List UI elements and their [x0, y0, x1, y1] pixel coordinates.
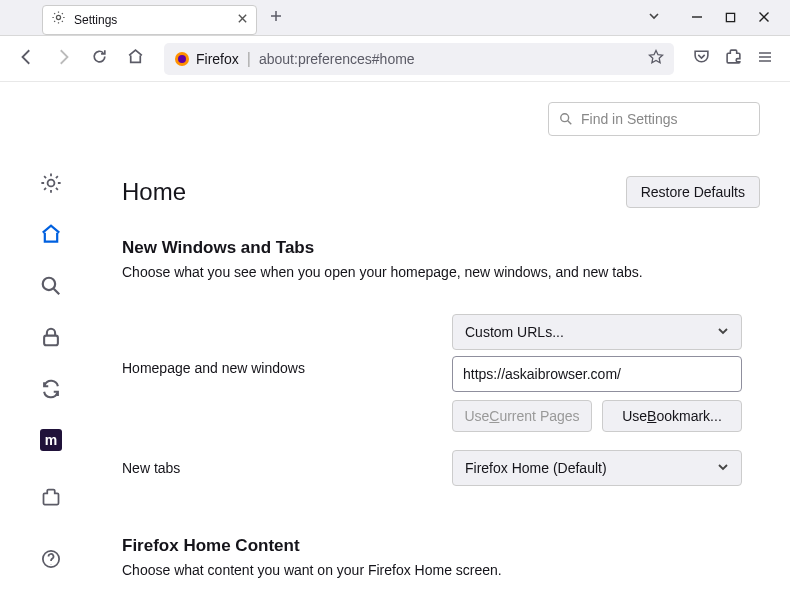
gear-icon: [51, 10, 66, 29]
section-home-content-desc: Choose what content you want on your Fir…: [122, 562, 760, 578]
svg-point-0: [56, 15, 60, 19]
maximize-icon[interactable]: [725, 9, 736, 27]
sidebar-home-icon[interactable]: [31, 220, 71, 250]
newtabs-dropdown-value: Firefox Home (Default): [465, 460, 607, 476]
section-new-windows-desc: Choose what you see when you open your h…: [122, 264, 760, 280]
sidebar-sync-icon[interactable]: [31, 374, 71, 404]
home-button[interactable]: [122, 48, 148, 69]
use-bookmark-button[interactable]: Use Bookmark...: [602, 400, 742, 432]
section-new-windows-title: New Windows and Tabs: [122, 238, 760, 258]
chevron-down-icon: [717, 324, 729, 340]
navigation-toolbar: Firefox | about:preferences#home: [0, 36, 790, 82]
svg-rect-6: [44, 336, 58, 346]
forward-button: [50, 48, 76, 70]
tab-menu-chevron-icon[interactable]: [647, 9, 661, 27]
new-tab-button[interactable]: [269, 9, 283, 27]
svg-point-3: [178, 55, 186, 63]
settings-sidebar: m: [0, 82, 102, 609]
reload-button[interactable]: [86, 48, 112, 69]
page-title: Home: [122, 178, 626, 206]
tab-title: Settings: [74, 13, 229, 27]
chevron-down-icon: [717, 460, 729, 476]
urlbar-url: about:preferences#home: [259, 51, 642, 67]
urlbar-separator: |: [247, 50, 251, 68]
tab-close-icon[interactable]: [237, 13, 248, 27]
homepage-label: Homepage and new windows: [122, 314, 452, 376]
sidebar-search-icon[interactable]: [31, 271, 71, 301]
newtabs-label: New tabs: [122, 460, 452, 476]
homepage-url-input[interactable]: https://askaibrowser.com/: [452, 356, 742, 392]
urlbar-identity: Firefox: [196, 51, 239, 67]
pocket-icon[interactable]: [690, 48, 712, 69]
settings-page: m Find in Settings Home Restore Defaults…: [0, 82, 790, 609]
use-current-pages-button[interactable]: Use Current Pages: [452, 400, 592, 432]
homepage-dropdown-value: Custom URLs...: [465, 324, 564, 340]
firefox-icon: [174, 51, 190, 67]
svg-rect-1: [726, 13, 734, 21]
homepage-url-value: https://askaibrowser.com/: [463, 366, 621, 382]
sidebar-general-icon[interactable]: [31, 168, 71, 198]
settings-search-input[interactable]: Find in Settings: [548, 102, 760, 136]
menu-icon[interactable]: [754, 49, 776, 69]
restore-defaults-button[interactable]: Restore Defaults: [626, 176, 760, 208]
sidebar-extensions-icon[interactable]: [31, 477, 71, 517]
close-window-icon[interactable]: [758, 9, 770, 27]
minimize-icon[interactable]: [691, 9, 703, 27]
sidebar-help-icon[interactable]: [31, 539, 71, 579]
settings-content: Find in Settings Home Restore Defaults N…: [102, 82, 790, 609]
back-button[interactable]: [14, 48, 40, 70]
sidebar-mozilla-icon[interactable]: m: [31, 426, 71, 456]
svg-point-4: [48, 179, 55, 186]
sidebar-privacy-icon[interactable]: [31, 323, 71, 353]
tab-bar: Settings: [0, 0, 790, 36]
window-controls: [691, 9, 790, 27]
settings-search-placeholder: Find in Settings: [581, 111, 678, 127]
extensions-icon[interactable]: [722, 48, 744, 69]
bookmark-star-icon[interactable]: [648, 49, 664, 69]
url-bar[interactable]: Firefox | about:preferences#home: [164, 43, 674, 75]
section-home-content-title: Firefox Home Content: [122, 536, 760, 556]
browser-tab[interactable]: Settings: [42, 5, 257, 35]
newtabs-dropdown[interactable]: Firefox Home (Default): [452, 450, 742, 486]
svg-point-5: [43, 278, 55, 290]
svg-point-8: [561, 114, 569, 122]
homepage-dropdown[interactable]: Custom URLs...: [452, 314, 742, 350]
